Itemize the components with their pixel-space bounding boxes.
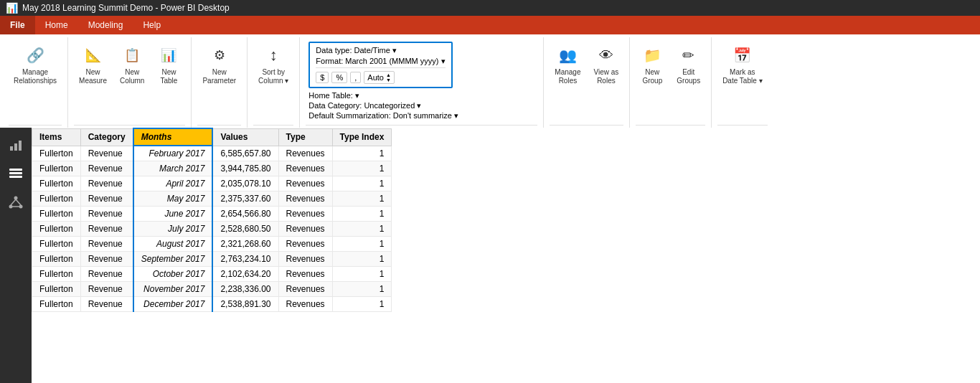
ribbon-group-whatif: ⚙ NewParameter What If (192, 37, 248, 138)
cell-category: Revenue (80, 146, 133, 161)
sidebar (0, 128, 32, 189)
manage-roles-icon: 👥 (556, 44, 579, 67)
new-parameter-label: NewParameter (202, 68, 236, 85)
new-parameter-icon: ⚙ (208, 44, 231, 67)
mark-as-date-table-label: Mark asDate Table ▾ (722, 68, 762, 85)
format-label[interactable]: Format: March 2001 (MMMM yyyy) ▾ (316, 57, 445, 66)
whatif-items: ⚙ NewParameter (197, 37, 241, 125)
svg-rect-3 (9, 169, 22, 171)
cell-items: Fullerton (32, 161, 81, 176)
groups-items: 📁 NewGroup ✏ EditGroups (636, 37, 705, 125)
cell-items: Fullerton (32, 176, 81, 189)
cell-months: February 2017 (133, 146, 213, 161)
new-group-icon: 📁 (641, 44, 664, 67)
menu-help[interactable]: Help (133, 16, 171, 34)
col-months[interactable]: Months (133, 128, 213, 146)
ribbon-content: 🔗 ManageRelationships Relationships 📐 Ne… (0, 34, 980, 138)
cell-values: 3,944,785.80 (212, 161, 278, 176)
new-measure-label: NewMeasure (79, 68, 107, 85)
view-as-roles-icon: 👁 (595, 44, 618, 67)
title-bar: 📊 May 2018 Learning Summit Demo - Power … (0, 0, 980, 16)
ribbon-group-groups: 📁 NewGroup ✏ EditGroups Groups (630, 37, 712, 138)
manage-roles-label: ManageRoles (555, 68, 580, 85)
col-items[interactable]: Items (32, 128, 81, 146)
cell-category: Revenue (80, 161, 133, 176)
window-title: May 2018 Learning Summit Demo - Power BI… (22, 3, 230, 13)
cell-type: Revenues (278, 176, 332, 189)
edit-groups-button[interactable]: ✏ EditGroups (672, 40, 705, 89)
ribbon-group-security: 👥 ManageRoles 👁 View asRoles Security (544, 37, 630, 138)
calculations-items: 📐 NewMeasure 📋 NewColumn 📊 NewTable (74, 37, 185, 125)
auto-label: Auto (367, 73, 384, 82)
mark-as-date-table-icon: 📅 (731, 44, 754, 67)
ribbon-group-calculations: 📐 NewMeasure 📋 NewColumn 📊 NewTable Calc… (68, 37, 192, 138)
cell-items: Fullerton (32, 146, 81, 161)
data-table-container[interactable]: Items Category Months Values Type Type I… (32, 128, 980, 189)
dollar-button[interactable]: $ (316, 72, 329, 83)
spinner-down-icon[interactable]: ▼ (386, 77, 391, 82)
new-table-button[interactable]: 📊 NewTable (152, 40, 185, 89)
data-category-dropdown[interactable]: Data Category: Uncategorized ▾ (308, 101, 458, 110)
cell-type: Revenues (278, 161, 332, 176)
main-content: Items Category Months Values Type Type I… (32, 128, 980, 189)
svg-rect-2 (19, 141, 22, 151)
new-group-label: NewGroup (642, 68, 662, 85)
cell-type-index: 1 (332, 146, 392, 161)
cell-type-index: 1 (332, 176, 392, 189)
svg-rect-1 (14, 143, 17, 151)
col-type-index[interactable]: Type Index (332, 128, 392, 146)
format-bar: $ % , Auto ▲ ▼ (316, 67, 445, 84)
home-table-label: Home Table: ▾ (308, 91, 359, 100)
new-measure-button[interactable]: 📐 NewMeasure (74, 40, 112, 89)
data-category-label: Data Category: Uncategorized ▾ (308, 101, 421, 110)
manage-roles-button[interactable]: 👥 ManageRoles (550, 40, 585, 89)
comma-button[interactable]: , (350, 72, 361, 83)
table-row[interactable]: Fullerton Revenue April 2017 2,035,078.1… (32, 176, 392, 189)
calendars-items: 📅 Mark asDate Table ▾ (717, 37, 767, 125)
sidebar-report-icon[interactable] (4, 133, 27, 156)
menu-home[interactable]: Home (35, 16, 78, 34)
new-measure-icon: 📐 (82, 44, 105, 67)
new-group-button[interactable]: 📁 NewGroup (636, 40, 669, 89)
svg-rect-0 (10, 146, 13, 151)
sort-by-column-button[interactable]: ↕ Sort byColumn ▾ (253, 40, 293, 89)
datatype-label[interactable]: Data type: Date/Time ▾ (316, 46, 397, 55)
new-column-button[interactable]: 📋 NewColumn (115, 40, 149, 89)
spinner-up-icon[interactable]: ▲ (386, 72, 391, 77)
manage-relationships-button[interactable]: 🔗 ManageRelationships (9, 40, 62, 89)
sort-by-column-label: Sort byColumn ▾ (258, 68, 288, 85)
default-summarization-dropdown[interactable]: Default Summarization: Don't summarize ▾ (308, 111, 458, 120)
table-row[interactable]: Fullerton Revenue February 2017 6,585,65… (32, 146, 392, 161)
edit-groups-icon: ✏ (677, 44, 700, 67)
mark-as-date-table-button[interactable]: 📅 Mark asDate Table ▾ (717, 40, 767, 89)
cell-category: Revenue (80, 176, 133, 189)
ribbon-group-sort: ↕ Sort byColumn ▾ Sort (248, 37, 300, 138)
menu-bar: File Home Modeling Help (0, 16, 980, 34)
view-as-roles-button[interactable]: 👁 View asRoles (589, 40, 624, 89)
app-icon: 📊 (6, 2, 18, 14)
sort-items: ↕ Sort byColumn ▾ (253, 37, 293, 125)
cell-months: March 2017 (133, 161, 213, 176)
percent-button[interactable]: % (331, 72, 347, 83)
col-values[interactable]: Values (212, 128, 278, 146)
sidebar-data-icon[interactable] (4, 162, 27, 185)
data-table: Items Category Months Values Type Type I… (32, 128, 392, 189)
cell-type: Revenues (278, 146, 332, 161)
home-table-dropdown[interactable]: Home Table: ▾ (308, 91, 458, 100)
sort-by-column-icon: ↕ (262, 44, 285, 67)
new-parameter-button[interactable]: ⚙ NewParameter (197, 40, 241, 89)
view-as-roles-label: View asRoles (594, 68, 619, 85)
relationships-items: 🔗 ManageRelationships (9, 37, 62, 125)
menu-file[interactable]: File (0, 16, 35, 34)
default-summarization-label: Default Summarization: Don't summarize ▾ (308, 111, 458, 120)
edit-groups-label: EditGroups (677, 68, 700, 85)
new-column-icon: 📋 (121, 44, 143, 67)
svg-rect-4 (9, 172, 22, 174)
col-category[interactable]: Category (80, 128, 133, 146)
manage-relationships-label: ManageRelationships (14, 68, 57, 85)
menu-modeling[interactable]: Modeling (78, 16, 133, 34)
table-row[interactable]: Fullerton Revenue March 2017 3,944,785.8… (32, 161, 392, 176)
col-type[interactable]: Type (278, 128, 332, 146)
cell-type-index: 1 (332, 161, 392, 176)
new-column-label: NewColumn (120, 68, 144, 85)
